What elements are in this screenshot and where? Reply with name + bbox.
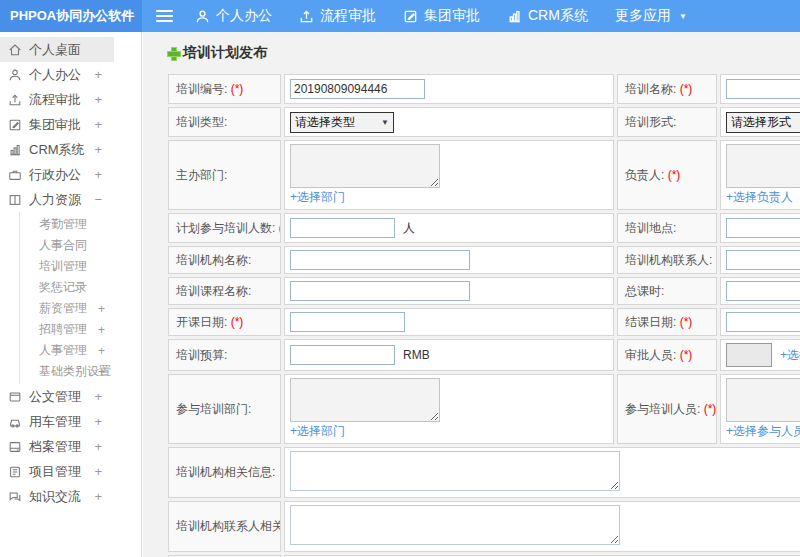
host-department-textarea[interactable] <box>290 144 440 188</box>
crm-chart-icon <box>8 143 22 157</box>
app-logo: PHPOA协同办公软件 <box>0 0 142 32</box>
notebook-icon <box>8 465 22 479</box>
training-name-input[interactable] <box>726 79 800 99</box>
table-row: 培训机构相关信息: <box>168 447 800 498</box>
approver-input[interactable] <box>726 343 772 367</box>
training-org-name-input[interactable] <box>290 250 470 270</box>
sidebar-subitem-salary[interactable]: 薪资管理+ <box>20 298 115 319</box>
training-type-select[interactable]: 请选择类型▼ <box>290 112 394 133</box>
home-icon <box>8 43 22 57</box>
sidebar-item-group-approval[interactable]: 集团审批+ <box>0 112 114 137</box>
top-header: PHPOA协同办公软件 个人办公 流程审批 集团审批 CRM系统 更多应用 ▼ <box>0 0 800 32</box>
user-icon <box>195 9 210 24</box>
nav-more-apps[interactable]: 更多应用 ▼ <box>615 7 687 25</box>
sidebar-subitem-recruit[interactable]: 招聘管理+ <box>20 319 115 340</box>
training-form-select[interactable]: 请选择形式▼ <box>726 112 800 133</box>
table-row: 开课日期: (*) 结课日期: (*) <box>168 308 800 336</box>
car-icon <box>8 415 22 429</box>
training-plan-form: 培训编号: (*) 培训名称: (*) 培训类型: 请选择类型▼ 培训形式: 请… <box>165 71 800 557</box>
table-row: 参与培训部门: +选择部门 参与培训人员: (*) +选择参与人员 <box>168 374 800 444</box>
sidebar-subitem-training[interactable]: 培训管理 <box>20 256 115 277</box>
user-icon <box>8 68 22 82</box>
group-approval-icon <box>8 118 22 132</box>
table-row: 主办部门: +选择部门 负责人: (*) +选择负责人 <box>168 140 800 210</box>
select-leader-link[interactable]: +选择负责人 <box>726 189 800 206</box>
flow-approval-icon <box>299 9 314 24</box>
nav-crm-system[interactable]: CRM系统 <box>507 7 588 25</box>
chat-icon <box>8 490 22 504</box>
sidebar-item-official-doc[interactable]: 公文管理+ <box>0 384 114 409</box>
sidebar: 个人桌面 个人办公+ 流程审批+ 集团审批+ CRM系统+ 行政办公+ 人力资源… <box>0 32 142 557</box>
sidebar-item-admin-office[interactable]: 行政办公+ <box>0 162 114 187</box>
main-content: 培训计划发布 培训编号: (*) 培训名称: (*) 培训类型: 请选择类型▼ … <box>143 32 800 557</box>
training-course-name-input[interactable] <box>290 281 470 301</box>
end-date-input[interactable] <box>726 312 800 332</box>
sidebar-item-personal-desktop[interactable]: 个人桌面 <box>0 37 114 62</box>
book-icon <box>8 193 22 207</box>
training-budget-input[interactable] <box>290 345 395 365</box>
document-icon <box>8 390 22 404</box>
table-row: 培训课程名称: 总课时: <box>168 277 800 305</box>
sidebar-item-crm[interactable]: CRM系统+ <box>0 137 114 162</box>
nav-personal-office[interactable]: 个人办公 <box>195 7 272 25</box>
sidebar-item-hr[interactable]: 人力资源− <box>0 187 114 212</box>
table-row: 培训预算: RMB 审批人员: (*) +选择审批人员 <box>168 339 800 371</box>
sidebar-item-project[interactable]: 项目管理+ <box>0 459 114 484</box>
select-trainees-link[interactable]: +选择参与人员 <box>726 423 800 440</box>
table-row: 培训类型: 请选择类型▼ 培训形式: 请选择形式▼ <box>168 107 800 137</box>
sidebar-subitem-base-category[interactable]: 基础类别设置+ <box>20 361 115 382</box>
select-department-link[interactable]: +选择部门 <box>290 189 608 206</box>
caret-down-icon: ▼ <box>679 12 687 21</box>
group-approval-icon <box>403 9 418 24</box>
training-location-input[interactable] <box>726 218 800 238</box>
planned-participants-input[interactable] <box>290 218 395 238</box>
briefcase-icon <box>8 168 22 182</box>
sidebar-item-archive[interactable]: 档案管理+ <box>0 434 114 459</box>
sidebar-hr-subgroup: 考勤管理 人事合同 培训管理 奖惩记录 薪资管理+ 招聘管理+ 人事管理+ 基础… <box>19 212 141 384</box>
add-icon <box>167 47 180 60</box>
table-row: 培训机构联系人相关信息: <box>168 501 800 552</box>
sidebar-subitem-hr-contract[interactable]: 人事合同 <box>20 235 115 256</box>
trainees-textarea[interactable] <box>726 378 800 422</box>
start-date-input[interactable] <box>290 312 405 332</box>
sidebar-item-personal-office[interactable]: 个人办公+ <box>0 62 114 87</box>
sidebar-item-vehicle[interactable]: 用车管理+ <box>0 409 114 434</box>
menu-toggle-icon[interactable] <box>156 7 173 25</box>
select-department-link[interactable]: +选择部门 <box>290 423 608 440</box>
page-title: 培训计划发布 <box>167 44 800 62</box>
sidebar-subitem-personnel[interactable]: 人事管理+ <box>20 340 115 361</box>
table-row: 培训机构名称: 培训机构联系人: <box>168 246 800 274</box>
table-row: 计划参与培训人数: (*) 人 培训地点: <box>168 213 800 243</box>
caret-down-icon: ▼ <box>381 118 389 127</box>
org-contact-input[interactable] <box>726 250 800 270</box>
sidebar-item-knowledge[interactable]: 知识交流+ <box>0 484 114 509</box>
sidebar-item-flow-approval[interactable]: 流程审批+ <box>0 87 114 112</box>
leader-textarea[interactable] <box>726 144 800 188</box>
archive-icon <box>8 440 22 454</box>
sidebar-subitem-reward[interactable]: 奖惩记录 <box>20 277 115 298</box>
nav-group-approval[interactable]: 集团审批 <box>403 7 480 25</box>
table-row: 培训编号: (*) 培训名称: (*) <box>168 74 800 104</box>
total-hours-input[interactable] <box>726 281 800 301</box>
top-nav: 个人办公 流程审批 集团审批 CRM系统 更多应用 ▼ <box>195 7 687 25</box>
flow-approval-icon <box>8 93 22 107</box>
training-number-input[interactable] <box>290 79 425 99</box>
sidebar-subitem-attendance[interactable]: 考勤管理 <box>20 214 115 235</box>
org-contact-info-textarea[interactable] <box>290 505 620 545</box>
nav-flow-approval[interactable]: 流程审批 <box>299 7 376 25</box>
crm-chart-icon <box>507 9 522 24</box>
select-approver-link[interactable]: +选择审批人员 <box>780 347 800 364</box>
org-info-textarea[interactable] <box>290 451 620 491</box>
participating-departments-textarea[interactable] <box>290 378 440 422</box>
